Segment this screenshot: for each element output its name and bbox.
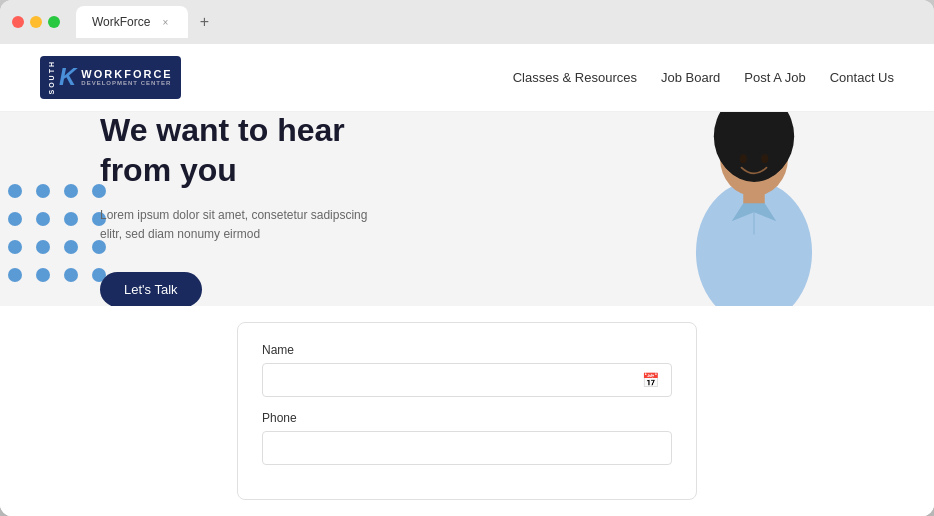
minimize-button[interactable] [30, 16, 42, 28]
hero-description: Lorem ipsum dolor sit amet, consetetur s… [100, 206, 380, 244]
hero-content: We want to hear from you Lorem ipsum dol… [0, 112, 480, 307]
contact-form-card: Name 📅 Phone [237, 322, 697, 500]
nav-links: Classes & Resources Job Board Post A Job… [513, 70, 894, 85]
svg-point-7 [761, 154, 768, 163]
name-input-wrapper[interactable]: 📅 [262, 363, 672, 397]
lets-talk-button[interactable]: Let's Talk [100, 272, 202, 306]
name-label: Name [262, 343, 672, 357]
nav-classes-resources[interactable]: Classes & Resources [513, 70, 637, 85]
tab-title: WorkForce [92, 15, 150, 29]
tab-bar: WorkForce × + [76, 6, 922, 38]
form-section: Name 📅 Phone [0, 306, 934, 516]
navigation: SOUTH K WORKFORCE DEVELOPMENT CENTER Cla… [0, 44, 934, 112]
logo-sub-text: DEVELOPMENT CENTER [81, 80, 172, 86]
tab-close-button[interactable]: × [158, 15, 172, 29]
browser-tab[interactable]: WorkForce × [76, 6, 188, 38]
nav-contact-us[interactable]: Contact Us [830, 70, 894, 85]
phone-label: Phone [262, 411, 672, 425]
maximize-button[interactable] [48, 16, 60, 28]
hero-title: We want to hear from you [100, 112, 420, 191]
name-field-group: Name 📅 [262, 343, 672, 397]
svg-point-6 [740, 154, 747, 163]
nav-post-job[interactable]: Post A Job [744, 70, 805, 85]
phone-field-group: Phone [262, 411, 672, 465]
browser-chrome: WorkForce × + [0, 0, 934, 44]
logo-workforce-text: WORKFORCE [81, 68, 172, 80]
calendar-icon: 📅 [642, 372, 659, 388]
logo-text-block: WORKFORCE DEVELOPMENT CENTER [81, 68, 172, 86]
phone-input-wrapper[interactable] [262, 431, 672, 465]
logo: SOUTH K WORKFORCE DEVELOPMENT CENTER [40, 56, 181, 99]
traffic-lights [12, 16, 60, 28]
new-tab-button[interactable]: + [192, 10, 216, 34]
hero-section: We want to hear from you Lorem ipsum dol… [0, 112, 934, 307]
logo-k-letter: K [59, 63, 77, 91]
close-button[interactable] [12, 16, 24, 28]
logo-badge: SOUTH K WORKFORCE DEVELOPMENT CENTER [40, 56, 181, 99]
logo-south-text: SOUTH [48, 60, 55, 95]
website-content: SOUTH K WORKFORCE DEVELOPMENT CENTER Cla… [0, 44, 934, 516]
hero-person-image [654, 112, 854, 307]
nav-job-board[interactable]: Job Board [661, 70, 720, 85]
browser-window: WorkForce × + SOUTH K WORKFORCE DEVELOPM… [0, 0, 934, 516]
